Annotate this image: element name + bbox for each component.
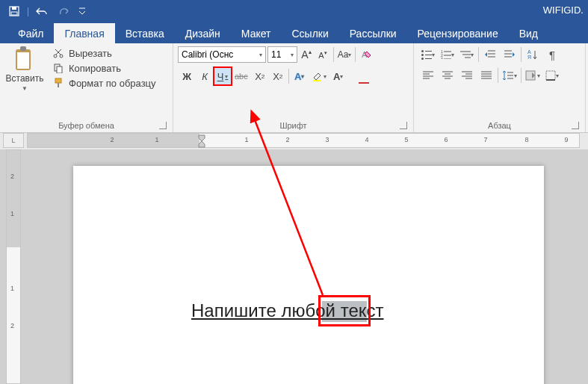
highlight-button[interactable]: ▾ <box>309 67 329 85</box>
group-paragraph-label: Абзац <box>418 120 581 131</box>
svg-line-7 <box>55 49 61 55</box>
decrease-font-button[interactable]: A▾ <box>315 46 330 63</box>
font-name-value: Calibri (Оснс <box>182 49 233 60</box>
svg-text:A: A <box>527 49 531 55</box>
undo-button[interactable] <box>32 3 52 19</box>
title-bar: | WIFIGID. <box>0 0 588 22</box>
copy-button[interactable]: Копировать <box>49 61 159 75</box>
chevron-down-icon: ▼ <box>22 85 28 92</box>
svg-text:3: 3 <box>441 57 443 59</box>
borders-button[interactable]: ▾ <box>542 67 562 84</box>
subscript-button[interactable]: X2 <box>251 67 269 85</box>
bold-button[interactable]: Ж <box>178 67 196 85</box>
underline-button[interactable]: Ч▾ <box>214 67 232 85</box>
increase-font-button[interactable]: A▴ <box>299 46 314 63</box>
group-font: Calibri (Оснс ▾ 11 ▾ A▴ A▾ Aa▾ A Ж К <box>173 43 414 132</box>
dialog-launcher-icon[interactable] <box>400 122 407 129</box>
svg-rect-1 <box>12 7 16 10</box>
svg-rect-10 <box>55 78 61 83</box>
tab-view[interactable]: Вид <box>509 23 548 43</box>
scissors-icon <box>52 47 64 59</box>
bullets-button[interactable]: ▾ <box>418 46 438 63</box>
svg-rect-51 <box>546 71 555 80</box>
shading-button[interactable]: ▾ <box>523 67 542 84</box>
svg-line-6 <box>56 49 61 55</box>
tab-review[interactable]: Рецензирование <box>407 23 509 43</box>
separator <box>333 47 334 62</box>
document-page[interactable]: Напишите любой текст <box>73 166 544 384</box>
text-effects-button[interactable]: A▾ <box>291 67 309 85</box>
save-button[interactable] <box>4 3 24 19</box>
tab-mailings[interactable]: Рассылки <box>339 23 407 43</box>
dialog-launcher-icon[interactable] <box>572 122 579 129</box>
copy-label: Копировать <box>69 63 121 74</box>
ruler-row: L 2 1 1 2 3 4 5 6 7 8 9 <box>0 133 588 149</box>
annotation-box <box>318 295 371 326</box>
font-size-combo[interactable]: 11 ▾ <box>267 46 297 63</box>
horizontal-ruler[interactable]: 2 1 1 2 3 4 5 6 7 8 9 <box>27 133 580 148</box>
increase-indent-button[interactable] <box>500 46 519 63</box>
tab-insert[interactable]: Вставка <box>115 23 175 43</box>
font-name-combo[interactable]: Calibri (Оснс ▾ <box>178 46 266 63</box>
tab-references[interactable]: Ссылки <box>281 23 338 43</box>
decrease-indent-button[interactable] <box>480 46 500 63</box>
font-color-swatch <box>359 82 369 84</box>
line-spacing-button[interactable]: ▾ <box>500 67 519 84</box>
vertical-ruler[interactable]: 2 1 1 2 <box>6 149 21 384</box>
svg-rect-13 <box>313 80 321 81</box>
paintbrush-icon <box>52 77 64 89</box>
sort-button[interactable]: AЯ <box>523 46 542 63</box>
svg-rect-9 <box>57 66 62 73</box>
ribbon-tabs: Файл Главная Вставка Дизайн Макет Ссылки… <box>0 22 588 43</box>
indent-marker-icon[interactable] <box>198 134 207 149</box>
cut-label: Вырезать <box>69 48 112 59</box>
tab-selector[interactable]: L <box>3 133 24 148</box>
separator <box>478 47 479 62</box>
cut-button[interactable]: Вырезать <box>49 46 159 60</box>
tab-design[interactable]: Дизайн <box>175 23 231 43</box>
qat-divider: | <box>27 6 29 16</box>
svg-rect-2 <box>11 12 17 15</box>
format-painter-button[interactable]: Формат по образцу <box>49 76 159 90</box>
show-marks-button[interactable]: ¶ <box>542 46 562 63</box>
clear-formatting-button[interactable]: A <box>359 46 374 63</box>
underline-label: Ч <box>217 71 224 82</box>
svg-point-4 <box>54 55 57 58</box>
redo-button[interactable] <box>55 3 74 19</box>
tab-file[interactable]: Файл <box>7 23 54 43</box>
font-size-value: 11 <box>271 49 281 60</box>
group-clipboard-label: Буфер обмена <box>4 120 168 131</box>
separator <box>498 68 498 83</box>
bullets-icon <box>421 50 432 59</box>
group-paragraph: ▾ 123▾ ▾ AЯ ¶ <box>414 43 586 132</box>
chevron-down-icon: ▾ <box>291 52 294 58</box>
separator <box>521 47 522 62</box>
align-center-button[interactable] <box>438 67 457 84</box>
qat-customize[interactable] <box>77 3 87 19</box>
dialog-launcher-icon[interactable] <box>159 122 167 129</box>
format-painter-label: Формат по образцу <box>69 78 156 89</box>
clipboard-icon <box>14 46 35 72</box>
multilevel-list-button[interactable]: ▾ <box>457 46 477 63</box>
align-left-button[interactable] <box>418 67 438 84</box>
group-clipboard: Вставить ▼ Вырезать Копировать <box>0 43 173 132</box>
font-color-button[interactable]: A▾ <box>329 67 347 85</box>
tab-layout[interactable]: Макет <box>231 23 282 43</box>
superscript-button[interactable]: X2 <box>269 67 287 85</box>
tab-home[interactable]: Главная <box>54 23 114 43</box>
paste-button[interactable]: Вставить ▼ <box>4 46 45 92</box>
svg-rect-11 <box>58 83 59 87</box>
separator <box>288 69 289 84</box>
align-right-button[interactable] <box>457 67 477 84</box>
svg-text:Я: Я <box>527 55 531 60</box>
quick-access-toolbar: | <box>4 3 87 19</box>
change-case-button[interactable]: Aa▾ <box>337 46 352 63</box>
svg-point-5 <box>60 55 63 58</box>
strikethrough-button[interactable]: abc <box>232 67 251 85</box>
ribbon: Вставить ▼ Вырезать Копировать <box>0 43 588 133</box>
italic-button[interactable]: К <box>196 67 214 85</box>
numbering-button[interactable]: 123▾ <box>438 46 457 63</box>
separator <box>355 47 356 62</box>
copy-icon <box>52 62 64 74</box>
justify-button[interactable] <box>477 67 496 84</box>
